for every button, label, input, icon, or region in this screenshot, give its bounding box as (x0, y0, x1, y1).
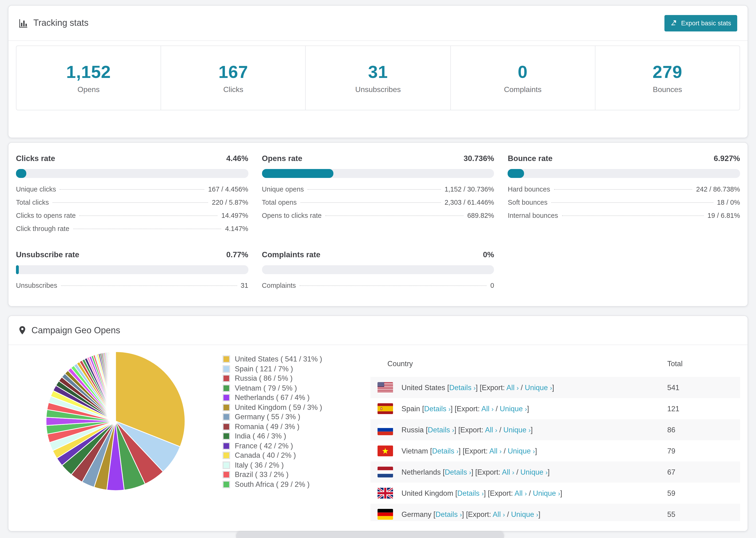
export-icon (671, 19, 677, 27)
export-unique-link[interactable]: Unique › (500, 404, 527, 412)
stat-value: 1,152 (66, 62, 111, 82)
rate-detail-label: Internal bounces (508, 212, 558, 219)
rate-detail-row: Hard bounces242 / 86.738% (508, 186, 740, 198)
stat-box-opens: 1,152Opens (17, 46, 161, 110)
geo-pie-chart (16, 351, 223, 525)
country-total: 59 (667, 483, 740, 504)
geo-table-row-vn: Vietnam [Details ›] [Export: All › / Uni… (370, 440, 740, 461)
country-cell: Germany [Details ›] [Export: All › / Uni… (370, 509, 667, 520)
dotted-leader (299, 286, 486, 286)
export-button-label: Export basic stats (681, 20, 731, 27)
country-name: Netherlands (402, 468, 441, 476)
details-link[interactable]: Details › (428, 426, 454, 434)
stat-box-bounces: 279Bounces (595, 46, 739, 110)
legend-item-canada: Canada ( 40 / 2% ) (223, 451, 370, 460)
rate-progress-track (262, 169, 494, 178)
country-cell: Russia [Details ›] [Export: All › / Uniq… (370, 424, 667, 435)
rate-progress-fill (16, 169, 26, 178)
details-link[interactable]: Details › (449, 383, 476, 391)
rate-detail-value: 19 / 6.81% (707, 212, 740, 219)
stat-value: 0 (518, 62, 527, 82)
country-links-text: Germany [Details ›] [Export: All › / Uni… (402, 510, 540, 518)
legend-label: Brazil ( 33 / 2% ) (235, 471, 289, 479)
export-all-link[interactable]: All › (489, 447, 502, 455)
dotted-leader (300, 202, 441, 203)
rate-head: Complaints rate0% (262, 250, 494, 259)
legend-item-italy: Italy ( 36 / 2% ) (223, 460, 370, 470)
dotted-leader (307, 189, 441, 190)
export-basic-stats-button[interactable]: Export basic stats (665, 15, 737, 31)
rate-block-clicks-rate: Clicks rate4.46%Unique clicks167 / 4.456… (16, 154, 248, 238)
us-flag-icon (378, 382, 393, 393)
details-link[interactable]: Details › (436, 510, 462, 518)
legend-item-united-states: United States ( 541 / 31% ) (223, 354, 370, 364)
country-total: 121 (667, 398, 740, 419)
export-all-link[interactable]: All › (507, 383, 519, 391)
details-link[interactable]: Details › (458, 489, 484, 497)
export-all-link[interactable]: All › (514, 489, 527, 497)
export-all-link[interactable]: All › (485, 426, 497, 434)
legend-swatch (223, 481, 230, 488)
country-cell: Netherlands [Details ›] [Export: All › /… (370, 467, 667, 477)
details-link[interactable]: Details › (445, 468, 471, 476)
dotted-leader (325, 215, 463, 216)
export-unique-link[interactable]: Unique › (503, 426, 531, 434)
export-unique-link[interactable]: Unique › (520, 468, 548, 476)
legend-item-romania: Romania ( 49 / 3% ) (223, 422, 370, 431)
rate-detail-value: 31 (241, 282, 248, 289)
bar-chart-icon (19, 19, 28, 27)
geo-country-table: Country Total United States [Details ›] … (370, 351, 740, 525)
vn-flag-icon (378, 446, 393, 456)
legend-item-india: India ( 46 / 3% ) (223, 431, 370, 441)
export-all-link[interactable]: All › (481, 404, 494, 412)
chevron-right-icon: › (558, 489, 560, 497)
stat-label: Unsubscribes (355, 85, 401, 94)
legend-label: India ( 46 / 3% ) (235, 432, 286, 441)
rate-block-opens-rate: Opens rate30.736%Unique opens1,152 / 30.… (262, 154, 494, 238)
rate-detail-row: Unsubscribes31 (16, 282, 248, 295)
rate-detail-value: 0 (490, 282, 494, 289)
geo-table-header-country: Country (370, 351, 667, 377)
export-unique-link[interactable]: Unique › (533, 489, 560, 497)
geo-table-header-total: Total (667, 351, 740, 377)
country-cell: Vietnam [Details ›] [Export: All › / Uni… (370, 446, 667, 456)
geo-table-row-us: United States [Details ›] [Export: All ›… (370, 377, 740, 398)
rate-detail-row: Internal bounces19 / 6.81% (508, 212, 740, 225)
chevron-right-icon: › (495, 426, 497, 434)
chevron-right-icon: › (525, 405, 527, 412)
country-name: Germany (402, 510, 432, 518)
stat-label: Opens (78, 85, 99, 94)
tracking-stats-card: Tracking stats Export basic stats 1,152O… (8, 5, 748, 138)
rate-detail-value: 1,152 / 30.736% (445, 186, 494, 193)
nl-flag-icon (378, 467, 393, 477)
legend-swatch (223, 471, 230, 479)
legend-item-france: France ( 42 / 2% ) (223, 441, 370, 451)
export-unique-link[interactable]: Unique › (508, 447, 535, 455)
geo-header: Campaign Geo Opens (9, 316, 747, 345)
tracking-stats-title-text: Tracking stats (33, 18, 88, 28)
legend-swatch (223, 385, 230, 392)
export-unique-link[interactable]: Unique › (511, 510, 538, 518)
export-unique-link[interactable]: Unique › (525, 383, 552, 391)
export-all-link[interactable]: All › (502, 468, 514, 476)
dotted-leader (80, 215, 218, 216)
rate-detail-row: Opens to clicks rate689.82% (262, 212, 494, 225)
country-total: 86 (667, 419, 740, 440)
export-all-link[interactable]: All › (493, 510, 505, 518)
rate-detail-label: Unique opens (262, 186, 304, 193)
rate-progress-fill (508, 169, 524, 178)
rate-detail-row: Unique clicks167 / 4.456% (16, 186, 248, 198)
rate-title: Clicks rate (16, 154, 55, 163)
country-cell: United States [Details ›] [Export: All ›… (370, 382, 667, 393)
chevron-right-icon: › (550, 384, 552, 391)
details-link[interactable]: Details › (424, 404, 451, 412)
legend-label: Netherlands ( 67 / 4% ) (235, 394, 310, 402)
details-link[interactable]: Details › (432, 447, 459, 455)
country-total: 67 (667, 461, 740, 483)
geo-table-wrap: Country Total United States [Details ›] … (370, 351, 740, 525)
legend-swatch (223, 461, 230, 469)
legend-item-south-africa: South Africa ( 29 / 2% ) (223, 480, 370, 489)
legend-swatch (223, 394, 230, 402)
chevron-right-icon: › (473, 384, 476, 391)
legend-label: Vietnam ( 79 / 5% ) (235, 384, 297, 393)
